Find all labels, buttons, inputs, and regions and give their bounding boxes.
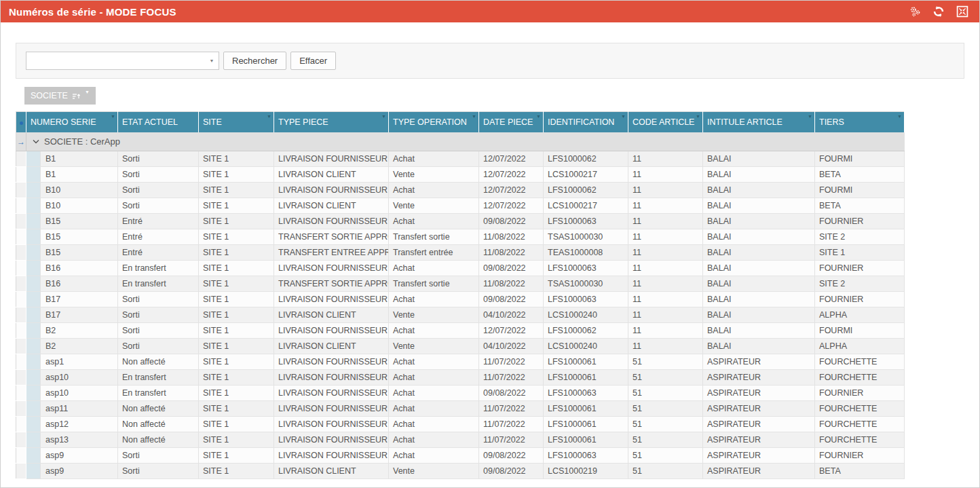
row-indicator[interactable] — [16, 417, 26, 432]
cell-code-article[interactable]: 11 — [628, 183, 703, 198]
group-header-cell[interactable]: SOCIETE : CerApp — [26, 132, 905, 151]
cell-code-article[interactable]: 51 — [628, 354, 703, 370]
cell-code-article[interactable]: 51 — [628, 386, 703, 401]
cell-identification[interactable]: LFS1000061 — [544, 417, 628, 432]
cell-date-piece[interactable]: 11/07/2022 — [479, 401, 544, 417]
cell-type-piece[interactable]: LIVRAISON CLIENT — [274, 307, 389, 323]
cell-code-article[interactable]: 11 — [628, 323, 703, 339]
cell-intitule-article[interactable]: ASPIRATEUR — [703, 417, 815, 432]
cell-intitule-article[interactable]: ASPIRATEUR — [703, 386, 815, 401]
cell-etat-actuel[interactable]: Sorti — [118, 183, 199, 198]
cell-date-piece[interactable]: 11/08/2022 — [479, 229, 544, 245]
cell-numero-serie[interactable]: B1 — [26, 167, 118, 183]
cell-site[interactable]: SITE 1 — [199, 323, 274, 339]
cell-etat-actuel[interactable]: En transfert — [118, 386, 199, 401]
cell-date-piece[interactable]: 09/08/2022 — [479, 261, 544, 276]
cell-numero-serie[interactable]: B10 — [26, 198, 118, 214]
cell-etat-actuel[interactable]: Sorti — [118, 151, 199, 167]
cell-intitule-article[interactable]: BALAI — [703, 214, 815, 229]
cell-code-article[interactable]: 11 — [628, 198, 703, 214]
cell-intitule-article[interactable]: BALAI — [703, 198, 815, 214]
cell-type-piece[interactable]: LIVRAISON FOURNISSEUR — [274, 354, 389, 370]
row-indicator[interactable] — [16, 464, 26, 479]
cell-code-article[interactable]: 51 — [628, 432, 703, 448]
cell-etat-actuel[interactable]: Sorti — [118, 307, 199, 323]
cell-type-operation[interactable]: Achat — [389, 151, 479, 167]
cell-type-operation[interactable]: Vente — [389, 167, 479, 183]
cell-tiers[interactable]: ALPHA — [815, 339, 905, 354]
cell-code-article[interactable]: 51 — [628, 370, 703, 386]
cell-identification[interactable]: LFS1000062 — [544, 151, 628, 167]
cell-type-piece[interactable]: TRANSFERT SORTIE APPRO — [274, 229, 389, 245]
cell-code-article[interactable]: 11 — [628, 229, 703, 245]
cell-tiers[interactable]: FOURCHETTE — [815, 354, 905, 370]
cell-numero-serie[interactable]: B2 — [26, 339, 118, 354]
cell-tiers[interactable]: FOURCHETTE — [815, 370, 905, 386]
column-header-type-operation[interactable]: TYPE OPERATION▼ — [389, 112, 479, 132]
cell-identification[interactable]: LFS1000063 — [544, 261, 628, 276]
table-row[interactable]: asp10En transfertSITE 1LIVRAISON FOURNIS… — [16, 370, 905, 386]
filter-icon[interactable]: ▼ — [897, 114, 902, 119]
cell-type-piece[interactable]: LIVRAISON FOURNISSEUR — [274, 323, 389, 339]
column-header-identification[interactable]: IDENTIFICATION▼ — [544, 112, 628, 132]
cell-etat-actuel[interactable]: En transfert — [118, 276, 199, 292]
table-row[interactable]: asp9SortiSITE 1LIVRAISON CLIENTVente09/0… — [16, 464, 905, 479]
cell-identification[interactable]: LFS1000061 — [544, 401, 628, 417]
cell-site[interactable]: SITE 1 — [199, 370, 274, 386]
cell-numero-serie[interactable]: asp10 — [26, 386, 118, 401]
cell-site[interactable]: SITE 1 — [199, 229, 274, 245]
cell-tiers[interactable]: SITE 1 — [815, 245, 905, 261]
cell-type-piece[interactable]: LIVRAISON FOURNISSEUR — [274, 432, 389, 448]
filter-icon[interactable]: ▼ — [111, 114, 115, 119]
cell-tiers[interactable]: BETA — [815, 464, 905, 479]
cell-code-article[interactable]: 11 — [628, 151, 703, 167]
table-row[interactable]: B10SortiSITE 1LIVRAISON CLIENTVente12/07… — [16, 198, 905, 214]
cell-type-piece[interactable]: LIVRAISON FOURNISSEUR — [274, 151, 389, 167]
row-indicator[interactable] — [16, 370, 26, 386]
cell-numero-serie[interactable]: asp12 — [26, 417, 118, 432]
cell-numero-serie[interactable]: B15 — [26, 229, 118, 245]
cell-intitule-article[interactable]: BALAI — [703, 323, 815, 339]
table-row[interactable]: B17SortiSITE 1LIVRAISON FOURNISSEURAchat… — [16, 292, 905, 307]
cell-site[interactable]: SITE 1 — [199, 261, 274, 276]
table-row[interactable]: B15EntréSITE 1TRANSFERT ENTREE APPROTran… — [16, 245, 905, 261]
filter-icon[interactable]: ▼ — [472, 114, 476, 119]
cell-code-article[interactable]: 51 — [628, 448, 703, 464]
cell-identification[interactable]: LFS1000061 — [544, 370, 628, 386]
cell-date-piece[interactable]: 11/07/2022 — [479, 432, 544, 448]
table-row[interactable]: B15EntréSITE 1TRANSFERT SORTIE APPROTran… — [16, 229, 905, 245]
cell-site[interactable]: SITE 1 — [199, 214, 274, 229]
cell-identification[interactable]: TSAS1000030 — [544, 229, 628, 245]
cell-type-operation[interactable]: Transfert entrée — [389, 245, 479, 261]
cell-etat-actuel[interactable]: Entré — [118, 245, 199, 261]
cell-numero-serie[interactable]: B17 — [26, 292, 118, 307]
cell-identification[interactable]: TSAS1000030 — [544, 276, 628, 292]
row-indicator[interactable] — [16, 292, 26, 307]
cell-identification[interactable]: LFS1000063 — [544, 386, 628, 401]
row-indicator[interactable] — [16, 386, 26, 401]
cell-site[interactable]: SITE 1 — [199, 307, 274, 323]
cell-numero-serie[interactable]: B1 — [26, 151, 118, 167]
table-row[interactable]: B2SortiSITE 1LIVRAISON CLIENTVente04/10/… — [16, 339, 905, 354]
cell-etat-actuel[interactable]: Sorti — [118, 198, 199, 214]
cell-type-operation[interactable]: Achat — [389, 448, 479, 464]
search-input[interactable] — [26, 52, 205, 69]
cell-site[interactable]: SITE 1 — [199, 464, 274, 479]
cell-code-article[interactable]: 51 — [628, 401, 703, 417]
row-indicator[interactable] — [16, 276, 26, 292]
filter-icon[interactable]: ▼ — [621, 114, 626, 119]
cell-numero-serie[interactable]: asp11 — [26, 401, 118, 417]
cell-type-piece[interactable]: LIVRAISON FOURNISSEUR — [274, 417, 389, 432]
column-header-numero-serie[interactable]: NUMERO SERIE▼ — [26, 112, 118, 132]
cell-type-operation[interactable]: Achat — [389, 323, 479, 339]
cell-intitule-article[interactable]: ASPIRATEUR — [703, 354, 815, 370]
cell-tiers[interactable]: FOURMI — [815, 183, 905, 198]
cell-identification[interactable]: LCS1000240 — [544, 339, 628, 354]
cell-numero-serie[interactable]: B10 — [26, 183, 118, 198]
row-indicator[interactable] — [16, 245, 26, 261]
cell-etat-actuel[interactable]: Non affecté — [118, 401, 199, 417]
cell-identification[interactable]: LFS1000061 — [544, 432, 628, 448]
row-indicator[interactable] — [16, 214, 26, 229]
cell-type-operation[interactable]: Achat — [389, 214, 479, 229]
cell-numero-serie[interactable]: asp9 — [26, 464, 118, 479]
